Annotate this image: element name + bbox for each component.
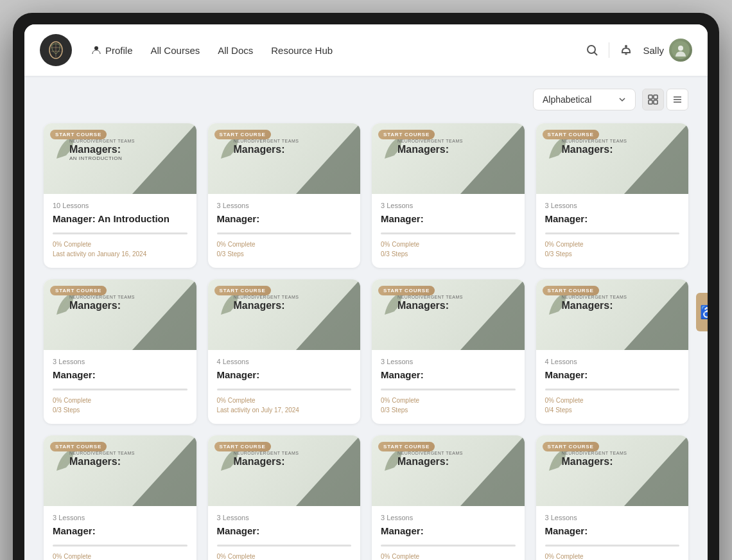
card-subtitle: NEURODIVERGENT TEAMS [397, 139, 463, 143]
nav-all-courses-link[interactable]: All Courses [151, 45, 200, 56]
card-progress-bar [381, 389, 516, 390]
card-image: NEURODIVERGENT TEAMS Managers: START COU… [44, 435, 196, 506]
card-body: 4 Lessons Manager: 0% Complete 0/4 Steps [536, 350, 689, 424]
card-image: NEURODIVERGENT TEAMS Managers: An Introd… [44, 123, 196, 194]
start-badge: START COURSE [378, 130, 435, 139]
card-meta: 0% Complete Last activity on January 16,… [53, 240, 187, 259]
card-image: NEURODIVERGENT TEAMS Managers: START COU… [536, 435, 689, 506]
card-body: 3 Lessons Manager: 0% Complete 0/3 Steps [208, 194, 361, 268]
course-card[interactable]: NEURODIVERGENT TEAMS Managers: START COU… [536, 123, 689, 268]
card-meta: 0% Complete 0/3 Steps [381, 396, 516, 415]
sort-dropdown[interactable]: Alphabetical [533, 89, 636, 110]
svg-rect-15 [649, 100, 652, 104]
card-lessons: 4 Lessons [545, 358, 680, 365]
course-card[interactable]: NEURODIVERGENT TEAMS Managers: START COU… [536, 435, 689, 560]
card-title-img: Managers: [69, 455, 135, 468]
card-subtitle: NEURODIVERGENT TEAMS [69, 451, 135, 455]
search-button[interactable] [586, 44, 598, 57]
card-meta: 0% Complete 0/3 Steps [53, 552, 187, 560]
card-title-img: Managers: [69, 143, 135, 155]
card-complete: 0% Complete [381, 396, 516, 405]
card-body: 4 Lessons Manager: 0% Complete Last acti… [208, 350, 361, 424]
svg-point-5 [94, 46, 98, 50]
toolbar: Alphabetical [44, 89, 688, 110]
course-card[interactable]: NEURODIVERGENT TEAMS Managers: START COU… [536, 279, 689, 424]
start-badge: START COURSE [50, 442, 107, 451]
card-name: Manager: [545, 369, 680, 382]
card-complete: 0% Complete [217, 396, 352, 405]
card-complete: 0% Complete [53, 396, 187, 405]
card-name: Manager: [381, 369, 516, 382]
card-complete: 0% Complete [381, 552, 516, 560]
card-lessons: 3 Lessons [545, 202, 680, 209]
card-progress-bar [217, 389, 352, 390]
card-text-overlay: NEURODIVERGENT TEAMS Managers: [69, 451, 135, 468]
course-card[interactable]: NEURODIVERGENT TEAMS Managers: START COU… [44, 435, 196, 560]
start-badge: START COURSE [50, 130, 107, 139]
logo[interactable] [40, 34, 72, 66]
accessibility-button[interactable]: ♿ [696, 293, 708, 331]
course-card[interactable]: NEURODIVERGENT TEAMS Managers: An Introd… [44, 123, 196, 268]
start-badge: START COURSE [543, 442, 599, 451]
person-icon [91, 45, 101, 55]
card-triangle [624, 123, 688, 194]
bell-icon [620, 44, 632, 57]
view-toggle [642, 89, 688, 110]
card-lessons: 3 Lessons [381, 514, 516, 521]
user-menu[interactable]: Sally [643, 39, 692, 62]
card-lessons: 3 Lessons [53, 514, 187, 521]
course-card[interactable]: NEURODIVERGENT TEAMS Managers: START COU… [208, 123, 361, 268]
card-progress-bar [381, 232, 516, 234]
card-text-overlay: NEURODIVERGENT TEAMS Managers: [69, 295, 135, 311]
course-card[interactable]: NEURODIVERGENT TEAMS Managers: START COU… [208, 279, 361, 424]
card-title-img: Managers: [562, 143, 627, 155]
card-name: Manager: [217, 525, 352, 538]
card-meta: 0% Complete 0/4 Steps [545, 396, 680, 415]
card-image: NEURODIVERGENT TEAMS Managers: START COU… [208, 279, 361, 350]
card-title-img: Managers: [234, 455, 299, 468]
card-triangle [460, 123, 525, 194]
card-image: NEURODIVERGENT TEAMS Managers: START COU… [536, 279, 689, 350]
list-view-button[interactable] [667, 89, 688, 110]
course-card[interactable]: NEURODIVERGENT TEAMS Managers: START COU… [44, 279, 196, 424]
card-body: 10 Lessons Manager: An Introduction 0% C… [44, 194, 196, 268]
card-triangle [132, 279, 196, 350]
course-grid: NEURODIVERGENT TEAMS Managers: An Introd… [44, 123, 688, 560]
card-title-img: Managers: [397, 299, 463, 311]
card-steps: 0/3 Steps [381, 249, 516, 259]
card-progress-bar [545, 389, 680, 390]
card-subtitle: NEURODIVERGENT TEAMS [234, 139, 299, 143]
card-meta: 0% Complete 0/3 Steps [545, 552, 680, 560]
notification-button[interactable] [620, 44, 632, 57]
card-meta: 0% Complete 0/3 Steps [53, 396, 187, 415]
card-title-img: Managers: [397, 455, 463, 468]
nav-all-docs-link[interactable]: All Docs [218, 45, 253, 56]
course-card[interactable]: NEURODIVERGENT TEAMS Managers: START COU… [372, 123, 525, 268]
card-subtitle: NEURODIVERGENT TEAMS [69, 139, 135, 143]
card-body: 3 Lessons Manager: 0% Complete 0/3 Steps [372, 350, 525, 424]
card-steps: Last activity on July 17, 2024 [217, 405, 352, 415]
card-progress-bar [381, 545, 516, 547]
card-complete: 0% Complete [381, 240, 516, 249]
grid-view-button[interactable] [642, 89, 664, 110]
start-badge: START COURSE [378, 442, 435, 451]
svg-point-6 [588, 46, 595, 53]
card-meta: 0% Complete Last activity on July 17, 20… [217, 396, 352, 415]
nav-resource-hub-link[interactable]: Resource Hub [271, 45, 333, 56]
card-triangle [296, 279, 360, 350]
course-card[interactable]: NEURODIVERGENT TEAMS Managers: START COU… [372, 435, 525, 560]
card-lessons: 3 Lessons [381, 202, 516, 209]
course-card[interactable]: NEURODIVERGENT TEAMS Managers: START COU… [372, 279, 525, 424]
card-title-img: Managers: [69, 299, 135, 311]
nav-profile-link[interactable]: Profile [91, 45, 133, 56]
card-subtitle: NEURODIVERGENT TEAMS [397, 295, 463, 299]
card-steps: 0/4 Steps [545, 405, 680, 415]
card-meta: 0% Complete 0/3 Steps [545, 240, 680, 259]
card-text-overlay: NEURODIVERGENT TEAMS Managers: [562, 451, 627, 468]
card-steps: 0/3 Steps [545, 249, 680, 259]
main-content: Alphabetical [24, 76, 708, 560]
card-meta: 0% Complete 0/3 Steps [381, 552, 516, 560]
course-card[interactable]: NEURODIVERGENT TEAMS Managers: START COU… [208, 435, 361, 560]
card-name: Manager: [217, 369, 352, 382]
card-text-overlay: NEURODIVERGENT TEAMS Managers: [397, 139, 463, 155]
